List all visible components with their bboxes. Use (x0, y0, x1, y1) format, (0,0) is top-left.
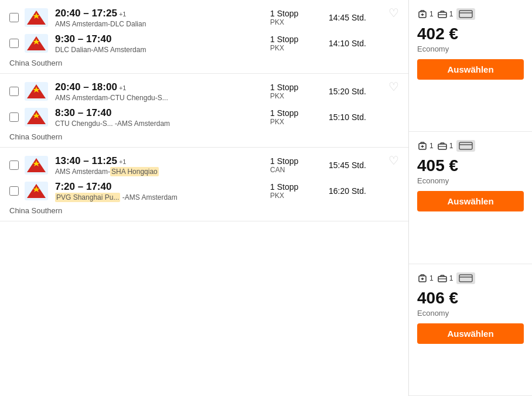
price-card-3: 1 1 406 € Economy Auswählen (409, 264, 532, 396)
flight-times-2-outbound: 20:40 – 18:00+1 (55, 81, 270, 93)
flight-segment-1-return: 9:30 – 17:40 DLC Dalian-AMS Amsterdam 1 … (9, 33, 399, 54)
payment-card-icon-1 (456, 8, 475, 20)
flight-stops-2-outbound: 1 Stopp PKX (270, 83, 329, 100)
price-amount-3: 406 € (417, 289, 458, 308)
flight-times-2-return: 8:30 – 17:40 (55, 107, 270, 119)
flight-stops-3-return: 1 Stopp PKX (270, 182, 329, 200)
stop-highlight-3-return: PVG Shanghai Pu... (55, 193, 120, 202)
airline-logo-2-return (23, 107, 49, 128)
airline-name-2: China Southern (9, 132, 399, 141)
airline-name-3: China Southern (9, 206, 399, 215)
flight-checkbox-2-outbound[interactable] (9, 87, 19, 96)
price-class-1: Economy (417, 45, 449, 53)
airline-logo-1-outbound (23, 7, 49, 28)
baggage-icons-3: 1 1 (417, 272, 475, 284)
svg-rect-37 (459, 275, 472, 282)
select-button-2[interactable]: Auswählen (417, 191, 524, 211)
flight-checkbox-2-return[interactable] (9, 112, 19, 122)
flight-stops-2-return: 1 Stopp PKX (270, 108, 329, 126)
flight-stops-1-outbound: 1 Stopp PKX (270, 9, 329, 26)
flight-checkbox-3-return[interactable] (9, 186, 19, 196)
payment-card-icon-3 (456, 272, 475, 284)
favorite-button-1[interactable]: ♡ (388, 6, 399, 20)
favorite-button-2[interactable]: ♡ (388, 80, 399, 94)
price-amount-1: 402 € (417, 25, 458, 43)
flight-route-3-outbound: AMS Amsterdam-SHA Hongqiao (55, 168, 270, 176)
airline-logo-2-outbound (23, 81, 49, 102)
flight-segment-2-return: 8:30 – 17:40 CTU Chengdu-S... -AMS Amste… (9, 107, 399, 128)
flight-segment-2-outbound: 20:40 – 18:00+1 AMS Amsterdam-CTU Chengd… (9, 81, 399, 102)
flight-checkbox-1-outbound[interactable] (9, 13, 19, 22)
flight-info-2-outbound: 20:40 – 18:00+1 AMS Amsterdam-CTU Chengd… (55, 81, 270, 102)
flight-times-1-return: 9:30 – 17:40 (55, 33, 270, 45)
flight-stops-1-return: 1 Stopp PKX (270, 35, 329, 52)
stop-highlight-3-outbound: SHA Hongqiao (110, 167, 159, 176)
airline-logo-1-return (23, 33, 49, 54)
price-card-1: 1 1 402 € Economy Auswählen (409, 0, 532, 132)
flight-times-1-outbound: 20:40 – 17:25+1 (55, 8, 270, 19)
price-card-2: 1 1 405 € Economy Auswählen (409, 132, 532, 264)
flights-list: ♡ 20:40 – 17:25+1 AMS Amsterdam-DLC Dali… (0, 0, 409, 396)
personal-item-icon-3: 1 (417, 273, 434, 284)
flight-route-2-outbound: AMS Amsterdam-CTU Chengdu-S... (55, 94, 270, 102)
flight-checkbox-1-return[interactable] (9, 39, 19, 48)
favorite-button-3[interactable]: ♡ (388, 153, 399, 168)
cabin-bag-icon-1: 1 (437, 9, 453, 19)
flight-duration-2-return: 15:10 Std. (329, 112, 399, 122)
airline-logo-3-outbound (23, 155, 49, 176)
flight-times-3-return: 7:20 – 17:40 (55, 181, 270, 193)
personal-item-icon-2: 1 (417, 141, 434, 151)
price-class-2: Economy (417, 176, 449, 185)
flight-duration-1-return: 14:10 Std. (329, 39, 399, 48)
airline-name-1: China Southern (9, 59, 399, 67)
flight-group-3: ♡ 13:40 – 11:25+1 AMS Amsterdam-SHA Hong… (0, 148, 408, 221)
flight-segment-3-outbound: 13:40 – 11:25+1 AMS Amsterdam-SHA Hongqi… (9, 155, 399, 176)
flight-checkbox-3-outbound[interactable] (9, 161, 19, 170)
price-panel: 1 1 402 € Economy Auswählen (409, 0, 532, 396)
flight-info-2-return: 8:30 – 17:40 CTU Chengdu-S... -AMS Amste… (55, 107, 270, 128)
flight-route-1-return: DLC Dalian-AMS Amsterdam (55, 46, 270, 54)
flight-route-1-outbound: AMS Amsterdam-DLC Dalian (55, 20, 270, 28)
svg-rect-23 (459, 11, 472, 18)
baggage-icons-2: 1 1 (417, 140, 475, 152)
flight-segment-3-return: 7:20 – 17:40 PVG Shanghai Pu... -AMS Ams… (9, 180, 399, 202)
cabin-bag-icon-2: 1 (437, 141, 453, 151)
flight-times-3-outbound: 13:40 – 11:25+1 (55, 155, 270, 167)
cabin-bag-icon-3: 1 (437, 273, 453, 284)
flight-info-3-return: 7:20 – 17:40 PVG Shanghai Pu... -AMS Ams… (55, 181, 270, 202)
flight-info-1-return: 9:30 – 17:40 DLC Dalian-AMS Amsterdam (55, 33, 270, 54)
flight-group-2: ♡ 20:40 – 18:00+1 AMS Amsterdam-CTU Chen… (0, 74, 408, 148)
personal-item-icon-1: 1 (417, 9, 434, 19)
baggage-icons-1: 1 1 (417, 8, 475, 20)
airline-logo-3-return (23, 180, 49, 202)
flight-group-1: ♡ 20:40 – 17:25+1 AMS Amsterdam-DLC Dali… (0, 0, 408, 74)
payment-card-icon-2 (456, 140, 475, 152)
price-class-3: Economy (417, 309, 449, 318)
price-amount-2: 405 € (417, 156, 458, 175)
flight-route-2-return: CTU Chengdu-S... -AMS Amsterdam (55, 120, 270, 128)
flight-duration-3-return: 16:20 Std. (329, 186, 399, 196)
flight-stops-3-outbound: 1 Stopp CAN (270, 156, 329, 174)
flight-route-3-return: PVG Shanghai Pu... -AMS Amsterdam (55, 193, 270, 202)
select-button-1[interactable]: Auswählen (417, 59, 524, 80)
flight-info-1-outbound: 20:40 – 17:25+1 AMS Amsterdam-DLC Dalian (55, 8, 270, 28)
flight-segment-1-outbound: 20:40 – 17:25+1 AMS Amsterdam-DLC Dalian… (9, 7, 399, 28)
svg-rect-30 (459, 142, 472, 149)
select-button-3[interactable]: Auswählen (417, 323, 524, 344)
flight-info-3-outbound: 13:40 – 11:25+1 AMS Amsterdam-SHA Hongqi… (55, 155, 270, 176)
